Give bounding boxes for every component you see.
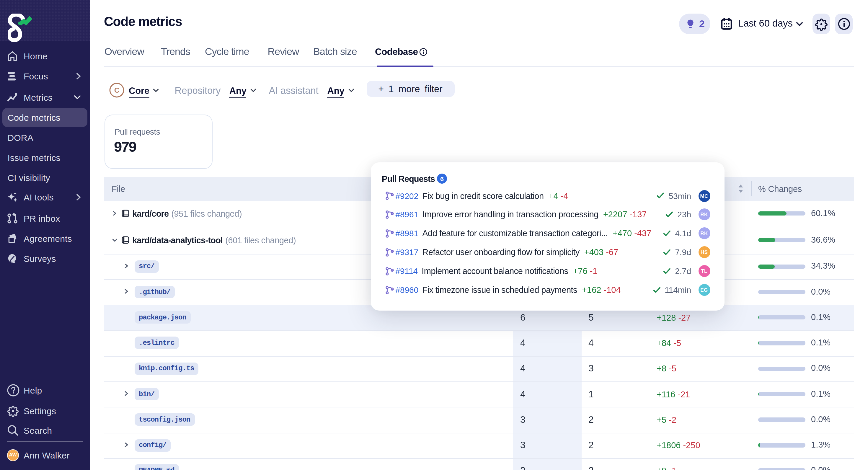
- svg-text:C: C: [114, 86, 120, 94]
